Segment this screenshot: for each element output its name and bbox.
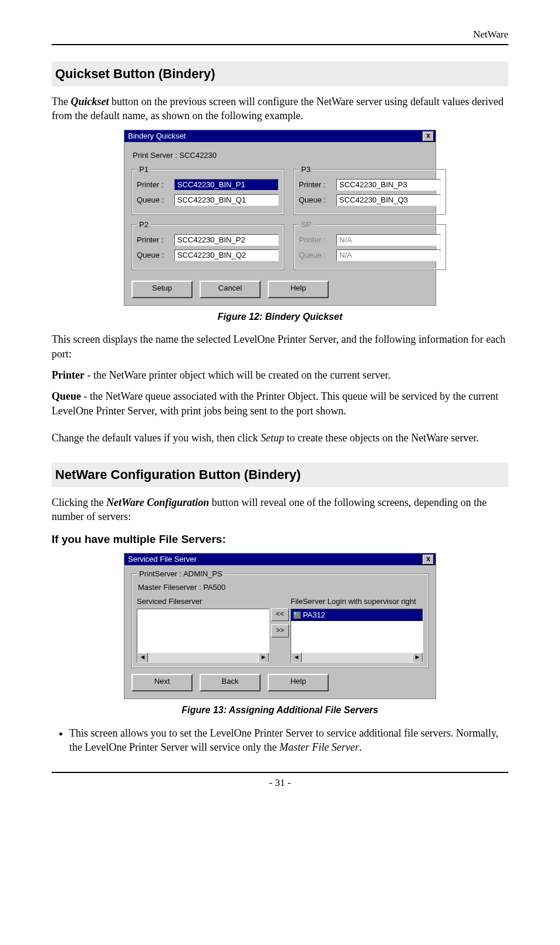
p1-printer-label: Printer : (137, 180, 174, 190)
available-fileserver-list[interactable]: PA312 ◄ ► (291, 609, 423, 663)
para5-a: Change the default values if you wish, t… (52, 432, 261, 444)
group-p2: P2 Printer : Queue : (131, 224, 284, 270)
right-hscrollbar[interactable]: ◄ ► (291, 653, 423, 662)
para4-rest: - the NetWare queue associated with the … (52, 390, 498, 416)
section2-subhead: If you have multiple File Servers: (52, 532, 508, 547)
left-hscrollbar[interactable]: ◄ ► (137, 653, 269, 662)
para5-b: to create these objects on the NetWare s… (284, 432, 479, 444)
para3-rest: - the NetWare printer object which will … (85, 369, 390, 381)
move-left-button[interactable]: << (271, 608, 289, 621)
para4: Queue - the NetWare queue associated wit… (52, 389, 508, 418)
sp-queue-label: Queue : (299, 250, 336, 261)
p1-queue-input[interactable] (174, 194, 279, 206)
left-list-label: Serviced Fileserver (137, 596, 269, 607)
sp-printer-label: Printer : (299, 235, 336, 245)
p3-printer-label: Printer : (299, 180, 336, 190)
p3-queue-label: Queue : (299, 195, 336, 205)
serviced-fileserver-list[interactable]: ◄ ► (137, 609, 269, 663)
dialog1-title: Bindery Quickset (128, 131, 421, 141)
group-p1-legend: P1 (137, 164, 151, 175)
para1-text-a: The (52, 96, 70, 107)
p2-printer-label: Printer : (137, 235, 174, 245)
sp-queue-input[interactable] (336, 249, 441, 261)
p1-queue-label: Queue : (137, 195, 174, 205)
para3-bold: Printer (52, 369, 85, 381)
close-icon[interactable]: x (423, 131, 434, 141)
section1-para1: The Quickset button on the previous scre… (52, 95, 508, 123)
page-number: - 31 - (52, 777, 508, 790)
p2-queue-label: Queue : (137, 250, 174, 261)
para5-setup-word: Setup (261, 432, 284, 444)
back-button[interactable]: Back (200, 674, 261, 691)
right-list-label: FileServer Login with supervisor right (291, 596, 423, 607)
s2p-bi: NetWare Configuration (106, 497, 209, 508)
p2-queue-input[interactable] (174, 249, 279, 261)
section2-heading: NetWare Configuration Button (Bindery) (52, 463, 508, 487)
para1-quickset-word: Quickset (70, 96, 109, 107)
page-header-right: NetWare (52, 28, 508, 42)
para5: Change the default values if you wish, t… (52, 431, 508, 445)
help-button[interactable]: Help (268, 674, 329, 691)
figure12-caption: Figure 12: Bindery Quickset (52, 310, 508, 323)
move-right-button[interactable]: >> (271, 625, 289, 637)
help-button[interactable]: Help (268, 281, 329, 298)
close-icon[interactable]: x (423, 555, 434, 565)
para1-text-c: button on the previous screen will confi… (52, 96, 504, 122)
figure12-dialog: Bindery Quickset x Print Server : SCC422… (124, 130, 436, 306)
list-item-label: PA312 (303, 610, 325, 620)
bullet1-i: Master File Server (279, 741, 359, 753)
section1-heading: Quickset Button (Bindery) (52, 62, 508, 86)
scroll-right-icon[interactable]: ► (412, 653, 423, 663)
scroll-right-icon[interactable]: ► (258, 653, 269, 663)
figure13-dialog: Serviced File Server x PrintServer : ADM… (124, 553, 436, 699)
para2: This screen displays the name the select… (52, 332, 508, 361)
dialog1-titlebar: Bindery Quickset x (124, 130, 436, 142)
group-p3: P3 Printer : Queue : (294, 169, 446, 215)
header-divider (52, 44, 508, 45)
p3-queue-input[interactable] (336, 194, 441, 206)
server-icon (294, 612, 301, 619)
para4-bold: Queue (52, 390, 81, 402)
scroll-left-icon[interactable]: ◄ (137, 653, 148, 663)
para3: Printer - the NetWare printer object whi… (52, 368, 508, 382)
s2p-a: Clicking the (52, 497, 106, 508)
footer-divider (52, 772, 508, 773)
group-p3-legend: P3 (299, 164, 313, 175)
group-p2-legend: P2 (137, 220, 151, 230)
section2-para: Clicking the NetWare Configuration butto… (52, 495, 508, 524)
group-printserver-legend: PrintServer : ADMIN_PS (137, 569, 225, 579)
list-item[interactable]: PA312 (291, 609, 423, 621)
master-fileserver-label: Master Fileserver : PA500 (138, 582, 423, 593)
group-sp: SP Printer : Queue : (294, 224, 446, 270)
group-p1: P1 Printer : Queue : (131, 169, 284, 215)
cancel-button[interactable]: Cancel (200, 281, 261, 298)
bullet1-b: . (359, 741, 362, 753)
p3-printer-input[interactable] (336, 179, 441, 191)
group-sp-legend: SP (299, 220, 313, 230)
setup-button[interactable]: Setup (131, 281, 193, 298)
sp-printer-input[interactable] (336, 234, 441, 246)
p1-printer-input[interactable] (174, 179, 279, 191)
print-server-label: Print Server : SCC42230 (133, 150, 429, 161)
bullet-1: This screen allows you to set the LevelO… (69, 726, 508, 755)
next-button[interactable]: Next (131, 674, 193, 691)
p2-printer-input[interactable] (174, 234, 279, 246)
dialog2-titlebar: Serviced File Server x (124, 554, 436, 565)
figure13-caption: Figure 13: Assigning Additional File Ser… (52, 704, 508, 717)
scroll-left-icon[interactable]: ◄ (291, 653, 302, 663)
group-printserver: PrintServer : ADMIN_PS Master Fileserver… (131, 573, 429, 668)
dialog2-title: Serviced File Server (128, 554, 421, 565)
